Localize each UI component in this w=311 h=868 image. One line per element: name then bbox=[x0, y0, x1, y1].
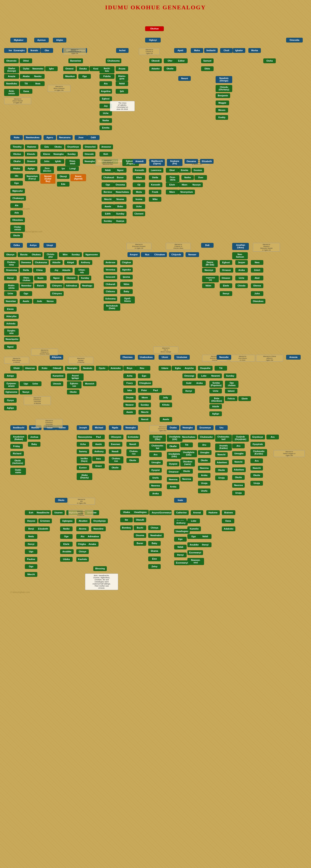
node-nwechi-en: Nwechi bbox=[250, 466, 263, 470]
node-chikandi: Chikandi bbox=[104, 282, 117, 287]
node-ngosi: Ngosi bbox=[114, 168, 126, 173]
node-chukweke-en: Chukwueke(Koriiko) bbox=[250, 449, 267, 456]
node-longi: Longi bbox=[66, 166, 79, 171]
node-maha: Maha bbox=[191, 48, 203, 53]
node-aduile: Aduile bbox=[209, 404, 222, 409]
node-uche-a: Uche bbox=[4, 291, 17, 296]
node-ugo-ok: Ugo bbox=[25, 549, 37, 554]
node-oyepist-u: Oyepist bbox=[149, 468, 162, 472]
node-foury: Foury bbox=[123, 381, 136, 385]
node-omasor: Omasor bbox=[220, 276, 232, 280]
note-married-over-bouru: Married toOver Bouruin Oven bbox=[230, 355, 255, 362]
node-ego-in2: Ego bbox=[174, 537, 187, 541]
node-iaka: Iaka bbox=[123, 388, 136, 393]
node-anthony-m: Anthony bbox=[92, 449, 106, 454]
node-okolie-n: Okolie bbox=[10, 233, 23, 238]
node-areka-o: Areka bbox=[167, 484, 179, 489]
node-ekama: Ekama bbox=[148, 549, 161, 553]
node-ihenyi-t: Ihenyi bbox=[182, 389, 195, 393]
node-uru: Uru bbox=[215, 425, 228, 430]
node-christo-pher: Christo-pher bbox=[44, 252, 57, 259]
node-uzubuiwe: Uzubuiwe bbox=[174, 355, 190, 360]
node-nusoye: Nusoye bbox=[190, 182, 203, 187]
node-antiye: Antiye bbox=[27, 243, 39, 248]
node-ikuim: Ikuim bbox=[34, 276, 46, 280]
node-oge: Oge bbox=[79, 74, 91, 79]
node-onwe-emeli: Onwe-emeli bbox=[65, 159, 80, 166]
node-owyosi: Owyosi bbox=[25, 519, 37, 523]
node-ihenyi-d: Ihenyi bbox=[220, 291, 232, 296]
node-adaolie-a: Adaolie bbox=[60, 268, 72, 273]
node-chibonu: Chibonu bbox=[104, 289, 117, 294]
node-anyabulum-ibakam: Anyabulum(Ibakam) bbox=[10, 435, 27, 442]
node-unodigheta2: Unodigheta(Udu) bbox=[167, 452, 181, 459]
node-gana: Gana bbox=[20, 89, 32, 94]
node-bunor: Bunor bbox=[114, 175, 126, 180]
node-nus: Nus bbox=[141, 252, 153, 257]
node-ikeunet-guitar: Ikeunet(Guitar Boy) bbox=[40, 174, 55, 184]
node-usarwo: Usarwo bbox=[52, 510, 65, 515]
node-nwestine: Nwestine bbox=[91, 526, 106, 531]
node-ezeanajirc: Ezeanajirc bbox=[12, 48, 27, 53]
node-ebele: Ebele bbox=[220, 283, 232, 288]
node-chinyres: Chinyres bbox=[50, 283, 64, 288]
node-nwenna-u: Nwenna bbox=[149, 483, 162, 488]
node-dibis: Dibis bbox=[201, 66, 214, 71]
node-ines: Ines bbox=[92, 456, 105, 461]
node-raism: Raism bbox=[34, 283, 46, 288]
node-unoja-en: Unoja bbox=[250, 481, 263, 486]
node-ilioh: Ilioh bbox=[99, 152, 112, 156]
node-anieneke: Anieneke bbox=[108, 366, 123, 371]
node-chinedu-oforkany: Chinedu(Oforkany) bbox=[216, 85, 232, 92]
node-oisoma: Oisoma bbox=[134, 533, 146, 538]
node-onye-obeta: Onye-obeta bbox=[166, 175, 179, 182]
node-omeode: Omeode bbox=[83, 152, 95, 156]
node-amigo: Amigo bbox=[4, 373, 17, 378]
node-okafor-n: Okafor bbox=[10, 159, 24, 164]
node-bombey: Bombey bbox=[120, 525, 133, 530]
node-okobu: Okobu bbox=[52, 145, 64, 149]
node-ogodi-ibeanu: Ogodi-ibeanu bbox=[120, 297, 135, 303]
node-elenie: Elenie bbox=[4, 307, 17, 311]
node-chukwueke: Chukwueke bbox=[198, 435, 215, 439]
node-adakoko: Adakoko bbox=[222, 526, 235, 531]
node-chinye-ok: Chinye bbox=[76, 549, 89, 554]
node-onwosi-n: Onwosi bbox=[25, 159, 37, 164]
node-okolie-ik: Okolie(Jacksons) bbox=[10, 459, 25, 465]
node-leke: Leke bbox=[197, 373, 210, 378]
node-chukwu-nso: Chukwu-nso bbox=[109, 456, 123, 463]
node-oghanome: Oghanome bbox=[4, 390, 19, 395]
node-blessing: Blessing bbox=[93, 566, 107, 571]
node-nkem-o: Nkem bbox=[138, 395, 151, 400]
node-sunday-o2: Sunday bbox=[102, 219, 114, 223]
node-ikechi-kwu: Ikechi-kwu bbox=[99, 66, 115, 73]
node-akoma: Akoma bbox=[76, 526, 89, 531]
node-areka-e: Areka bbox=[198, 473, 211, 478]
node-amie-omisio: Amie-omisio bbox=[4, 89, 19, 96]
node-nenso: Nenso bbox=[44, 299, 56, 304]
node-olisoyem: Olisoyem bbox=[109, 435, 123, 439]
node-nwakalo: Nwakalo bbox=[81, 366, 94, 371]
node-clement: Clement bbox=[133, 211, 145, 216]
node-kifodu: Kifodu bbox=[160, 403, 172, 407]
node-ogboyi: Ogboyi bbox=[145, 38, 161, 42]
node-areka: Areka bbox=[235, 268, 248, 273]
node-echisteke: Echisteke bbox=[126, 435, 140, 439]
node-akaba-n: Akaba bbox=[10, 166, 23, 171]
node-chukwuma: Chukwuma bbox=[106, 58, 121, 63]
node-nnasoye-nmo: Nnasoye-nmo bbox=[187, 558, 204, 565]
node-nwonye-d: Nwonye bbox=[202, 268, 216, 273]
node-chokwueke-u: Chokwueke-kwil bbox=[215, 435, 232, 442]
note-father-anigwe: Married toFather Anigwe inOgbe-Obi bbox=[274, 450, 305, 457]
node-ornasor: Ornasor bbox=[220, 268, 233, 273]
node-paul-m: Paul bbox=[92, 435, 105, 439]
node-sunday-o: Sunday bbox=[114, 211, 126, 216]
node-chiwe-ndu: Chiwe-ndu bbox=[75, 268, 89, 275]
node-nwachukwu: Nwachukwu bbox=[114, 190, 131, 194]
note-bioh: Bioh, Nwadinache,Usarwo, Mgbonkwu,Unokiw… bbox=[85, 574, 118, 590]
node-chukwuye: Chukwuye bbox=[10, 196, 26, 200]
node-choli: Choli bbox=[220, 48, 232, 53]
node-udane: Udane bbox=[159, 366, 171, 371]
node-kenneth: Kenneth bbox=[133, 168, 146, 173]
node-ikeabana-pet: Ikeabana(Pet) bbox=[167, 159, 182, 166]
